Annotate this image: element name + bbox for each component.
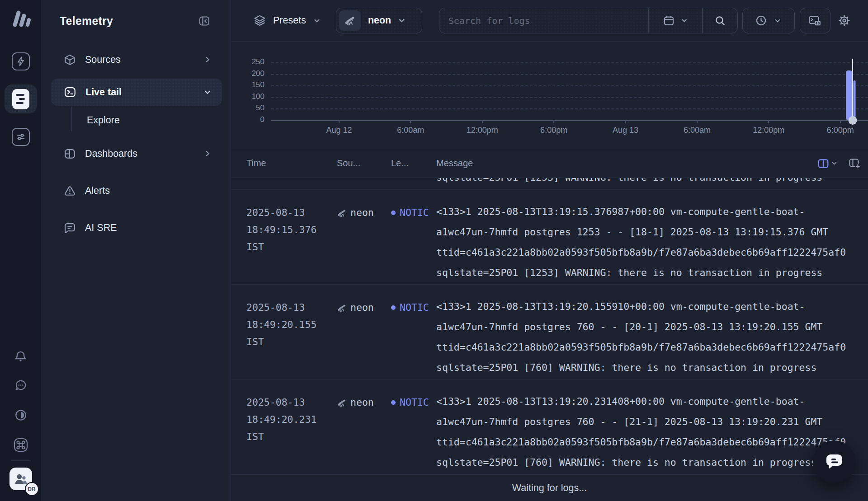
table-footer: Waiting for logs... [231, 474, 868, 501]
app-window: DR Telemetry [0, 0, 868, 501]
user-avatar[interactable]: DR [9, 468, 32, 490]
rail-divider [11, 460, 31, 461]
two-columns-icon [817, 158, 829, 169]
date-range-button[interactable] [649, 8, 702, 33]
sidebar-item-label: AI SRE [85, 222, 117, 234]
clipped-log-row[interactable]: sqlstate=25P01 [1253] WARNING: there is … [231, 178, 868, 190]
x-axis-tick-label: 6:00am [397, 126, 424, 135]
search-input[interactable] [439, 8, 648, 33]
x-axis-tickmark [482, 121, 483, 123]
run-search-button[interactable] [703, 8, 737, 33]
settings-button[interactable] [838, 14, 850, 27]
column-header-source[interactable]: Sou... [337, 158, 391, 169]
presets-button[interactable]: Presets [253, 14, 321, 27]
theme-toggle-button[interactable] [12, 406, 30, 424]
log-time-cell: 2025-08-13 18:49:20.155 IST [246, 285, 337, 379]
lightning-icon [17, 56, 25, 66]
rail-bottom-group: DR [9, 347, 32, 501]
rail-item-pipelines[interactable] [12, 128, 30, 146]
add-column-icon [849, 158, 861, 169]
column-header-message[interactable]: Message [436, 158, 817, 169]
gridline [271, 85, 868, 86]
log-date: 2025-08-13 [246, 204, 337, 221]
sidebar-item-label: Sources [85, 54, 121, 66]
telescope-icon [337, 398, 347, 408]
sidebar-item-label: Explore [87, 115, 120, 126]
chevron-down-icon [313, 17, 321, 25]
log-row[interactable]: 2025-08-13 18:49:15.376 IST neon NOTIC <… [231, 190, 868, 285]
icon-rail: DR [0, 0, 41, 501]
log-timezone: IST [246, 333, 337, 351]
log-row[interactable]: 2025-08-13 18:49:20.231 IST neon NOTIC <… [231, 379, 868, 474]
command-icon [13, 437, 28, 453]
column-header-time[interactable]: Time [246, 158, 337, 169]
shortcuts-button[interactable] [12, 436, 30, 454]
search-icon [714, 15, 726, 27]
log-timezone: IST [246, 428, 337, 445]
x-axis-tickmark [840, 121, 841, 123]
users-icon [14, 472, 28, 486]
sidebar-item-ai-sre[interactable]: AI SRE [51, 216, 222, 239]
layers-icon [253, 14, 266, 27]
telescope-icon [337, 208, 347, 218]
support-chat-fab[interactable] [813, 440, 855, 483]
sidebar-item-live-tail[interactable]: Live tail [51, 79, 222, 106]
middleware-logo[interactable] [9, 7, 33, 28]
log-time-cell: 2025-08-13 18:49:20.231 IST [246, 379, 337, 474]
page-title: Telemetry [60, 14, 113, 28]
sidebar-item-alerts[interactable]: Alerts [51, 179, 222, 202]
x-axis-tickmark [553, 121, 554, 123]
log-source: neon [350, 394, 374, 411]
sidebar-item-explore[interactable]: Explore [51, 108, 222, 132]
log-message: <133>1 2025-08-13T13:19:15.376987+00:00 … [436, 190, 868, 284]
log-level-cell: NOTIC [391, 190, 436, 284]
calendar-icon [663, 14, 675, 27]
sliders-icon [16, 132, 26, 142]
feedback-button[interactable] [12, 376, 30, 394]
live-scrubber-handle[interactable] [848, 116, 857, 125]
chat-dots-icon [14, 379, 28, 392]
log-level: NOTIC [400, 302, 429, 313]
x-axis-tick-label: 6:00pm [827, 126, 854, 135]
log-date: 2025-08-13 [246, 299, 337, 316]
log-level-cell: NOTIC [391, 379, 436, 474]
log-level: NOTIC [400, 207, 429, 218]
panel-collapse-icon [198, 15, 210, 27]
notifications-button[interactable] [12, 347, 30, 365]
log-source-cell: neon [337, 285, 391, 379]
x-axis-tickmark [768, 121, 769, 123]
add-column-button[interactable] [849, 158, 861, 169]
avatar-initials-badge[interactable]: DR [25, 482, 39, 496]
table-view-tools [817, 158, 868, 169]
chevron-down-icon [774, 17, 782, 25]
x-axis-tick-label: 12:00pm [753, 126, 784, 135]
log-row[interactable]: 2025-08-13 18:49:20.155 IST neon NOTIC <… [231, 285, 868, 379]
toolbar: Presets neon [231, 0, 868, 42]
sidebar-item-dashboards[interactable]: Dashboards [51, 142, 222, 165]
sidebar-item-label: Dashboards [85, 148, 137, 159]
collapse-sidebar-button[interactable] [198, 15, 210, 27]
live-scrubber-line [852, 59, 854, 121]
column-layout-button[interactable] [817, 158, 838, 169]
time-range-button[interactable] [742, 8, 795, 33]
source-selector[interactable]: neon [336, 8, 422, 33]
chevron-right-icon [203, 55, 212, 64]
x-axis-tick-label: 6:00am [684, 126, 711, 135]
sidebar-item-sources[interactable]: Sources [51, 48, 222, 71]
level-dot-icon [391, 400, 396, 405]
column-header-level[interactable]: Le... [391, 158, 436, 169]
live-tail-popout-button[interactable] [800, 8, 830, 33]
log-date: 2025-08-13 [246, 394, 337, 411]
rail-item-logs-active[interactable] [5, 84, 37, 113]
log-level: NOTIC [400, 397, 429, 408]
rail-item-quickstart[interactable] [12, 52, 30, 70]
gridline [271, 108, 868, 109]
y-axis-tick-label: 150 [231, 80, 264, 89]
chat-bubble-icon [823, 451, 845, 473]
log-volume-bar [853, 80, 855, 120]
chevron-down-icon [397, 16, 406, 25]
contrast-icon [14, 408, 28, 422]
sidebar: Telemetry Sources [41, 0, 231, 501]
log-timezone: IST [246, 239, 337, 256]
bell-icon [14, 350, 27, 363]
